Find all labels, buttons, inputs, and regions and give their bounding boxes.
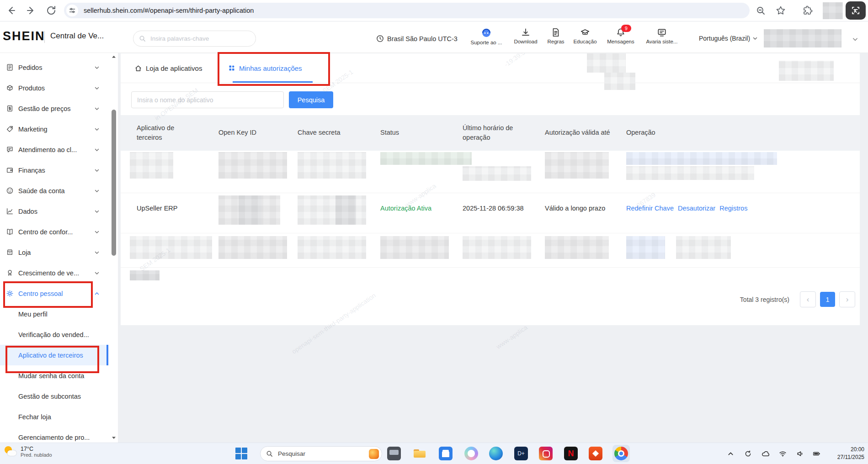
tray-cloud-icon[interactable] — [761, 450, 769, 458]
col-ultimo-horario: Último horário de operação — [463, 115, 531, 151]
sidebar-sublabel: Gerenciamento de pro... — [18, 434, 90, 441]
wallet-icon — [6, 166, 14, 174]
table-row — [121, 233, 860, 268]
menu-label: Avaria siste... — [646, 39, 678, 44]
taskbar-clock[interactable]: 20:00 27/11/2025 — [837, 446, 864, 462]
sidebar-item-atendimento[interactable]: Atendimento ao cl... — [0, 139, 108, 160]
app-icon-instagram[interactable] — [539, 447, 553, 460]
chevron-down-icon[interactable] — [852, 36, 858, 42]
records-link[interactable]: Registros — [719, 205, 747, 212]
redacted-cell — [298, 152, 366, 179]
taskbar-search[interactable] — [260, 446, 382, 461]
app-icon-orange-app[interactable] — [589, 447, 602, 460]
sidebar-sublabel: Meu perfil — [18, 311, 48, 318]
sidebar-subitem-aplicativo-terceiros[interactable]: Aplicativo de terceiros — [0, 345, 108, 365]
table-row: UpSeller ERP Autorização Ativa 2025-11-2… — [121, 193, 860, 233]
app-icon-file-explorer[interactable] — [413, 447, 426, 460]
col-chave-secreta: Chave secreta — [298, 115, 366, 151]
header-search[interactable] — [133, 31, 256, 47]
sidebar-item-conformidade[interactable]: Centro de confor... — [0, 221, 108, 242]
sidebar-item-crescimento[interactable]: Crescimento de ve... — [0, 263, 108, 283]
report-icon — [657, 27, 667, 37]
redacted-cell — [239, 195, 261, 225]
scroll-down-icon[interactable] — [111, 435, 117, 441]
tray-battery-icon[interactable] — [813, 450, 820, 458]
app-icon-store[interactable] — [439, 447, 453, 460]
header-search-input[interactable] — [149, 35, 243, 42]
redacted-cell — [130, 152, 173, 179]
menu-label: Regras — [547, 39, 564, 44]
sidebar-item-produtos[interactable]: Produtos — [0, 78, 108, 98]
tray-chevron-up-icon[interactable] — [727, 450, 735, 458]
sidebar-subitem-fechar-loja[interactable]: Fechar loja — [0, 406, 108, 427]
zoom-out-icon[interactable] — [755, 5, 766, 16]
sidebar-subitem-subcontas[interactable]: Gestão de subcontas — [0, 386, 108, 406]
sidebar-item-financas[interactable]: Finanças — [0, 160, 108, 180]
scroll-up-icon[interactable] — [111, 54, 117, 59]
sidebar-sublabel: Fechar loja — [18, 413, 51, 421]
menu-messages[interactable]: 9 Mensagens — [604, 27, 637, 44]
app-icon-monitor[interactable] — [387, 447, 401, 460]
redacted-cell — [218, 152, 287, 179]
sidebar-subitem-meu-perfil[interactable]: Meu perfil — [0, 304, 108, 324]
menu-education[interactable]: Educação — [569, 27, 602, 44]
start-button[interactable] — [235, 448, 248, 460]
sidebar-item-loja[interactable]: Loja — [0, 242, 108, 263]
taskbar-weather[interactable]: 17°C Pred. nublado — [4, 445, 52, 459]
sidebar-item-saude[interactable]: Saúde da conta — [0, 180, 108, 201]
deauthorize-link[interactable]: Desautorizar — [678, 205, 715, 212]
document-icon — [551, 27, 561, 37]
app-name-input[interactable] — [131, 91, 284, 108]
pricing-icon — [6, 105, 14, 112]
page-1-button[interactable]: 1 — [820, 292, 835, 307]
reload-icon[interactable] — [46, 5, 57, 16]
back-icon[interactable] — [5, 5, 16, 16]
divider — [44, 31, 45, 43]
app-icon-disney-plus[interactable]: D+ — [514, 447, 528, 460]
bookmark-star-icon[interactable] — [775, 5, 786, 16]
menu-support[interactable]: Suporte ao ... — [470, 27, 503, 45]
scrollbar-thumb[interactable] — [112, 110, 116, 256]
menu-download[interactable]: Download — [509, 27, 542, 44]
screen-translate-button[interactable] — [846, 1, 866, 20]
sidebar-label: Finanças — [18, 167, 45, 174]
forward-icon[interactable] — [26, 5, 37, 16]
sidebar: Pedidos Produtos Gestão de preços Market… — [0, 53, 118, 443]
reset-key-link[interactable]: Redefinir Chave — [626, 205, 674, 212]
sidebar-label: Loja — [18, 249, 31, 256]
language-selector[interactable]: Português (Brazil) — [699, 35, 758, 42]
sidebar-item-dados[interactable]: Dados — [0, 201, 108, 221]
app-icon-netflix[interactable]: N — [564, 447, 578, 460]
tray-wifi-icon[interactable] — [779, 450, 787, 458]
sidebar-item-centro-pessoal[interactable]: Centro pessoal — [0, 283, 108, 304]
sidebar-scrollbar[interactable] — [111, 53, 117, 443]
sidebar-item-pedidos[interactable]: Pedidos — [0, 57, 108, 78]
tray-sync-icon[interactable] — [744, 450, 752, 458]
shein-logo[interactable]: SHEIN — [3, 29, 45, 43]
search-button[interactable]: Pesquisa — [289, 91, 333, 108]
redacted-block — [587, 53, 626, 73]
app-icon-chrome[interactable] — [614, 447, 628, 460]
redacted-account — [764, 29, 841, 47]
url-bar[interactable]: sellerhub.shein.com/#/openapi-sem/third-… — [64, 3, 750, 18]
app-icon-copilot[interactable] — [464, 447, 478, 460]
region-timezone[interactable]: Brasil São Paulo UTC-3 — [376, 35, 458, 42]
menu-system-failure[interactable]: Avaria siste... — [645, 27, 678, 44]
chevron-up-icon — [94, 291, 100, 296]
extensions-icon[interactable] — [802, 5, 813, 16]
app-header: SHEIN Central de Ve... Brasil São Paulo … — [0, 21, 868, 53]
menu-rules[interactable]: Regras — [539, 27, 572, 44]
sidebar-item-gestao-precos[interactable]: Gestão de preços — [0, 98, 108, 119]
sidebar-item-marketing[interactable]: Marketing — [0, 119, 108, 139]
tab-minhas-autorizacoes[interactable]: Minhas autorizações — [228, 53, 302, 83]
taskbar-search-input[interactable] — [277, 450, 357, 458]
url-text[interactable]: sellerhub.shein.com/#/openapi-sem/third-… — [84, 7, 254, 14]
tab-loja-de-aplicativos[interactable]: Loja de aplicativos — [134, 53, 202, 83]
prev-page-button[interactable]: ‹ — [800, 291, 816, 307]
sidebar-subitem-verificacao[interactable]: Verificação do vended... — [0, 324, 108, 345]
app-icon-edge[interactable] — [489, 447, 503, 460]
site-settings-icon[interactable] — [66, 5, 78, 16]
sidebar-subitem-mudar-senha[interactable]: Mudar senha da conta — [0, 365, 108, 386]
tray-volume-icon[interactable] — [796, 450, 804, 458]
next-page-button[interactable]: › — [839, 291, 855, 307]
